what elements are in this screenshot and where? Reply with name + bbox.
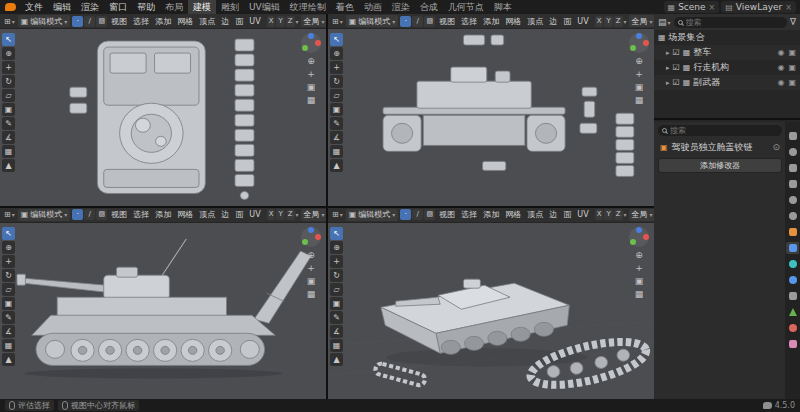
camera-visibility-icon[interactable]: ▣ [788,63,796,72]
blender-logo-icon[interactable] [5,3,16,11]
tool-transform[interactable]: ▣ [330,103,343,116]
vertex-select-icon[interactable]: · [72,209,83,220]
viewlayer-unlink-icon[interactable]: × [785,3,792,12]
mode-selector[interactable]: ▣编辑模式▾ [346,15,399,27]
workspace-tab-shading[interactable]: 着色 [331,0,359,14]
tool-measure[interactable]: ∡ [2,131,15,144]
outliner-row-running-gear[interactable]: ▸ ☑ ▦ 行走机构 ◉ ▣ [654,60,800,75]
properties-tab-scene[interactable] [786,194,799,206]
gizmo-x-axis[interactable] [315,40,321,46]
tool-annotate[interactable]: ✎ [2,117,15,130]
menu-face[interactable]: 面 [233,16,245,27]
add-modifier-button[interactable]: 添加修改器 [658,158,782,173]
perspective-toggle-icon[interactable]: ▦ [635,95,644,105]
workspace-tab-uv-editing[interactable]: UV编辑 [244,0,285,14]
workspace-tab-layout[interactable]: 布局 [160,0,188,14]
tool-select-box[interactable]: ↖ [2,227,15,240]
mode-selector[interactable]: ▣编辑模式▾ [18,209,71,221]
menu-file[interactable]: 文件 [20,0,48,14]
properties-tab-physics[interactable] [786,274,799,286]
tool-rotate[interactable]: ↻ [2,269,15,282]
tool-cursor[interactable]: ⊕ [330,47,343,60]
tool-move[interactable]: + [330,255,343,268]
menu-vertex[interactable]: 顶点 [525,209,545,220]
edge-select-icon[interactable]: ∕ [412,209,423,220]
disclosure-icon[interactable]: ▸ [666,79,670,87]
zoom-icon[interactable]: ⊕ [635,56,643,66]
camera-view-icon[interactable]: ▣ [635,82,644,92]
camera-view-icon[interactable]: ▣ [307,276,316,286]
tool-rotate[interactable]: ↻ [330,75,343,88]
menu-mesh[interactable]: 网格 [175,209,195,220]
menu-edge[interactable]: 边 [219,16,231,27]
gizmo-x-axis[interactable] [643,40,649,46]
navigation-gizmo[interactable] [629,227,649,247]
vertex-select-icon[interactable]: · [400,209,411,220]
menu-uv[interactable]: UV [247,210,262,219]
tool-scale[interactable]: ▱ [2,283,15,296]
tool-move[interactable]: + [2,61,15,74]
tool-select-box[interactable]: ↖ [2,33,15,46]
axis-z-toggle[interactable]: Z [614,16,623,27]
zoom-icon[interactable]: ⊕ [307,56,315,66]
axis-z-toggle[interactable]: Z [286,16,295,27]
gizmo-z-axis[interactable] [636,227,642,233]
perspective-toggle-icon[interactable]: ▦ [307,289,316,299]
menu-view[interactable]: 视图 [109,16,129,27]
tool-select-box[interactable]: ↖ [330,33,343,46]
menu-add[interactable]: 添加 [153,16,173,27]
properties-tab-output[interactable] [786,162,799,174]
viewport-canvas-perspective-view[interactable] [328,223,654,400]
navigation-gizmo[interactable] [301,227,321,247]
viewlayer-selector[interactable]: ▤ ViewLayer × [721,1,796,13]
vertex-select-icon[interactable]: · [72,16,83,27]
mode-selector[interactable]: ▣编辑模式▾ [18,15,71,27]
editor-type-icon[interactable]: ⊞▾ [331,17,344,26]
gizmo-z-axis[interactable] [308,227,314,233]
properties-tab-material[interactable] [786,322,799,334]
face-select-icon[interactable]: ▨ [96,209,107,220]
workspace-tab-animation[interactable]: 动画 [359,0,387,14]
filter-icon[interactable]: ∇ [789,17,797,27]
tool-rotate[interactable]: ↻ [330,269,343,282]
tool-move[interactable]: + [330,61,343,74]
properties-tab-object-data[interactable] [786,306,799,318]
navigation-gizmo[interactable] [629,33,649,53]
perspective-toggle-icon[interactable]: ▦ [307,95,316,105]
menu-add[interactable]: 添加 [481,16,501,27]
axis-y-toggle[interactable]: Y [276,16,284,27]
axis-x-toggle[interactable]: X [267,16,276,27]
tool-transform[interactable]: ▣ [2,297,15,310]
gizmo-y-axis[interactable] [302,45,308,51]
tool-cursor[interactable]: ⊕ [2,47,15,60]
axis-x-toggle[interactable]: X [595,209,604,220]
camera-view-icon[interactable]: ▣ [307,82,316,92]
menu-edit[interactable]: 编辑 [48,0,76,14]
zoom-icon[interactable]: ⊕ [635,250,643,260]
tool-scale[interactable]: ▱ [2,89,15,102]
active-object-row[interactable]: ▣ 驾驶员独立舱盖铰链 ⊙ [658,140,782,154]
axis-y-toggle[interactable]: Y [604,16,612,27]
edge-select-icon[interactable]: ∕ [412,16,423,27]
gizmo-z-axis[interactable] [308,33,314,39]
menu-vertex[interactable]: 顶点 [197,16,217,27]
menu-select[interactable]: 选择 [131,209,151,220]
axis-y-toggle[interactable]: Y [604,209,612,220]
face-select-icon[interactable]: ▨ [424,209,435,220]
gizmo-x-axis[interactable] [315,234,321,240]
menu-add[interactable]: 添加 [481,209,501,220]
menu-face[interactable]: 面 [561,209,573,220]
tool-extrude[interactable]: ▲ [2,159,15,172]
tool-annotate[interactable]: ✎ [330,311,343,324]
pan-icon[interactable]: + [635,69,643,79]
disclosure-icon[interactable]: ▸ [666,49,670,57]
gizmo-y-axis[interactable] [630,239,636,245]
tool-measure[interactable]: ∡ [330,325,343,338]
editor-type-icon[interactable]: ⊞▾ [3,17,16,26]
viewport-canvas-side-view[interactable] [0,223,326,400]
menu-vertex[interactable]: 顶点 [197,209,217,220]
orientation-selector[interactable]: 全局▾ [301,209,326,221]
outliner-editor-icon[interactable]: ▤▾ [657,17,672,27]
face-select-icon[interactable]: ▨ [424,16,435,27]
properties-tab-render[interactable] [786,146,799,158]
